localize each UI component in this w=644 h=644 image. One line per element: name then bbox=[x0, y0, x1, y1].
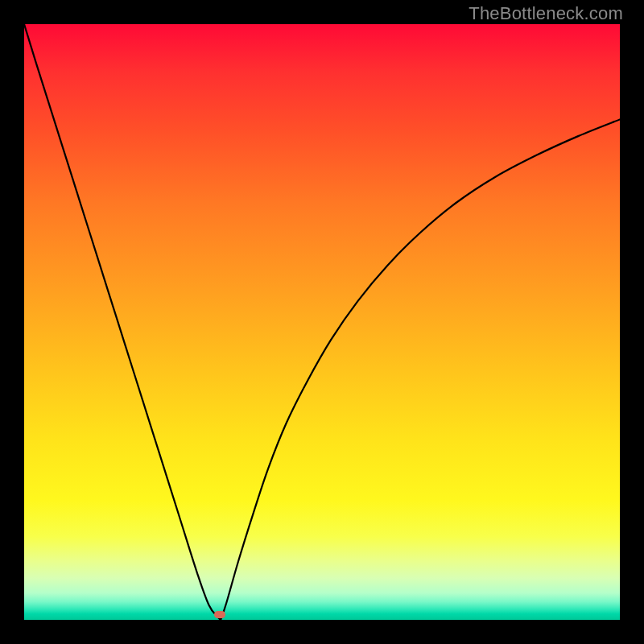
optimal-point-marker bbox=[214, 611, 225, 618]
bottleneck-curve bbox=[24, 24, 620, 620]
watermark-text: TheBottleneck.com bbox=[469, 3, 623, 24]
plot-area bbox=[24, 24, 620, 620]
chart-frame: TheBottleneck.com bbox=[0, 0, 644, 644]
